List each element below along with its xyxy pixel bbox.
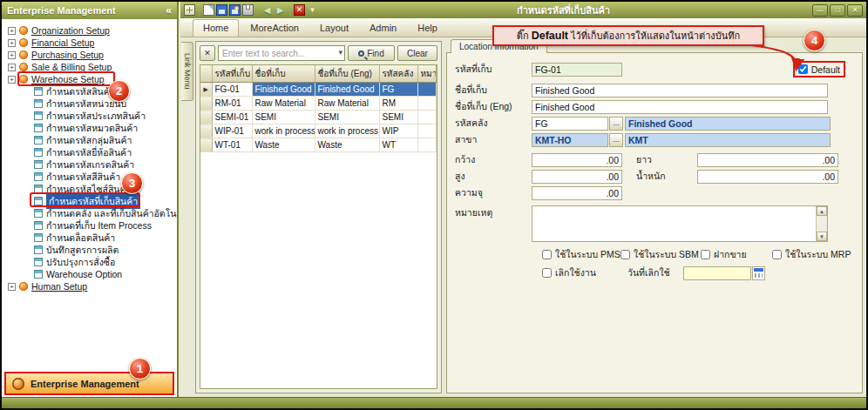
sidebar-item-label: Organization Setup [31, 25, 110, 36]
expand-icon[interactable]: + [8, 51, 16, 59]
location-name-label: ชื่อที่เก็บ [455, 83, 532, 97]
scroll-down-icon[interactable]: ▼ [817, 232, 827, 241]
menu-home[interactable]: Home [193, 19, 239, 37]
row-marker-icon: ▶ [200, 83, 212, 97]
find-button[interactable]: Find [348, 45, 395, 61]
col-location-name[interactable]: ชื่อที่เก็บ [252, 65, 315, 83]
consignment-checkbox[interactable] [701, 250, 710, 259]
save-new-icon[interactable] [229, 4, 241, 16]
col-warehouse-code[interactable]: รหัสคลัง [379, 65, 417, 83]
inactive-checkbox[interactable] [542, 268, 552, 278]
tree-item-purchase-adjust[interactable]: ปรับปรุงการสั่งซื้อ [2, 256, 177, 268]
sidebar-item-sale-billing-setup[interactable]: + Sale & Billing Setup [2, 61, 177, 73]
length-field[interactable] [697, 153, 838, 167]
grid-header-row: รหัสที่เก็บ ชื่อที่เก็บ ชื่อที่เก็บ (Eng… [200, 65, 437, 83]
scrollbar[interactable]: ▲ ▼ [816, 206, 827, 241]
expand-icon[interactable]: + [8, 39, 16, 47]
form-icon [34, 87, 43, 96]
branch-code-field[interactable] [532, 133, 608, 147]
sbm-checkbox[interactable] [620, 250, 630, 259]
col-note[interactable]: หมายเหตุ [417, 65, 437, 83]
maximize-button[interactable]: □ [830, 4, 845, 17]
height-field[interactable] [532, 170, 622, 184]
table-row[interactable]: WIP-01 work in process work in process W… [200, 124, 437, 138]
enterprise-management-button[interactable]: Enterprise Management [4, 372, 174, 395]
callout-step-3: 3 [121, 172, 143, 194]
menu-moreaction[interactable]: MoreAction [241, 20, 309, 37]
width-field[interactable] [532, 153, 622, 167]
close-form-icon[interactable]: ✕ [294, 4, 305, 16]
print-icon[interactable] [242, 4, 254, 16]
app-menu-icon[interactable] [184, 4, 195, 16]
form-icon [34, 172, 43, 181]
sidebar-item-organization-setup[interactable]: + Organization Setup [2, 24, 177, 37]
table-row[interactable]: WT-01 Waste Waste WT [200, 138, 437, 152]
toolbar-options-icon[interactable]: ▾ [307, 4, 318, 16]
branch-browse-button[interactable]: ... [609, 133, 623, 147]
new-icon[interactable] [203, 4, 214, 16]
note-field[interactable] [532, 206, 827, 241]
module-icon [19, 75, 28, 84]
menu-admin[interactable]: Admin [360, 20, 406, 37]
location-name-eng-field[interactable] [532, 100, 828, 114]
expand-icon[interactable]: + [8, 283, 16, 291]
location-name-field[interactable] [532, 84, 828, 97]
clear-search-icon[interactable]: ✕ [200, 45, 215, 61]
weight-field[interactable] [697, 170, 838, 184]
form-icon [34, 209, 43, 218]
col-location-code[interactable]: รหัสที่เก็บ [212, 65, 252, 83]
callout-step-2: 2 [108, 80, 130, 102]
mrp-checkbox[interactable] [772, 250, 782, 259]
calendar-icon[interactable] [752, 266, 765, 280]
scroll-up-icon[interactable]: ▲ [817, 206, 827, 216]
warehouse-code-field[interactable] [532, 117, 608, 131]
link-menu-tab[interactable]: Link Menu [181, 42, 193, 101]
form-icon [34, 124, 43, 132]
search-input[interactable] [218, 45, 345, 61]
capacity-field[interactable] [532, 186, 622, 200]
collapse-icon[interactable]: « [166, 4, 172, 17]
default-checkbox[interactable] [798, 64, 808, 74]
warehouse-code-label: รหัสคลัง [455, 116, 532, 131]
row-selector-header [200, 65, 212, 83]
form-icon [34, 136, 43, 145]
col-location-name-eng[interactable]: ชื่อที่เก็บ (Eng) [315, 65, 379, 83]
sidebar-item-human-setup[interactable]: + Human Setup [2, 280, 177, 292]
location-code-field[interactable] [532, 63, 622, 77]
table-row[interactable]: ▶ FG-01 Finished Good Finished Good FG [200, 83, 437, 97]
window-title: กำหนดรหัสที่เก็บสินค้า [320, 3, 807, 18]
table-row[interactable]: SEMI-01 SEMI SEMI SEMI [200, 111, 437, 124]
sidebar-item-purchasing-setup[interactable]: + Purchasing Setup [2, 49, 177, 61]
pms-checkbox[interactable] [542, 250, 552, 259]
location-name-eng-label: ชื่อที่เก็บ (Eng) [455, 99, 532, 114]
menu-help[interactable]: Help [408, 20, 447, 37]
consignment-checkbox-item: ฝากขาย [701, 247, 772, 262]
save-icon[interactable] [216, 4, 227, 16]
minimize-button[interactable]: — [812, 4, 828, 17]
warehouse-browse-button[interactable]: ... [609, 117, 623, 131]
sidebar-header: Enterprise Management « [2, 2, 177, 19]
separator [289, 5, 290, 16]
mrp-checkbox-item: ใช้ในระบบ MRP [772, 247, 851, 262]
separator [257, 5, 258, 16]
warehouse-name-field [625, 117, 831, 131]
width-label: กว้าง [455, 152, 532, 167]
expand-icon[interactable]: + [8, 76, 16, 84]
close-button[interactable]: ✕ [847, 4, 863, 17]
menu-layout[interactable]: Layout [310, 20, 358, 37]
form-icon [34, 270, 43, 279]
status-bar [2, 397, 866, 408]
table-row[interactable]: RM-01 Raw Material Raw Material RM [200, 97, 437, 111]
note-field-wrap: ▲ ▼ [532, 205, 828, 242]
navigate-forward-icon[interactable]: ▶ [275, 4, 286, 16]
main-area: ◀ ▶ ✕ ▾ กำหนดรหัสที่เก็บสินค้า — □ ✕ Hom… [180, 2, 866, 397]
tree-item-warehouse-option[interactable]: Warehouse Option [2, 268, 177, 280]
module-icon [19, 50, 28, 59]
form-icon [34, 221, 43, 230]
expand-icon[interactable]: + [8, 27, 16, 35]
sidebar-item-financial-setup[interactable]: + Financial Setup [2, 37, 177, 49]
clear-button[interactable]: Clear [397, 45, 437, 61]
navigate-back-icon[interactable]: ◀ [261, 4, 273, 16]
expand-icon[interactable]: + [8, 64, 16, 71]
inactive-date-field[interactable] [683, 266, 751, 280]
